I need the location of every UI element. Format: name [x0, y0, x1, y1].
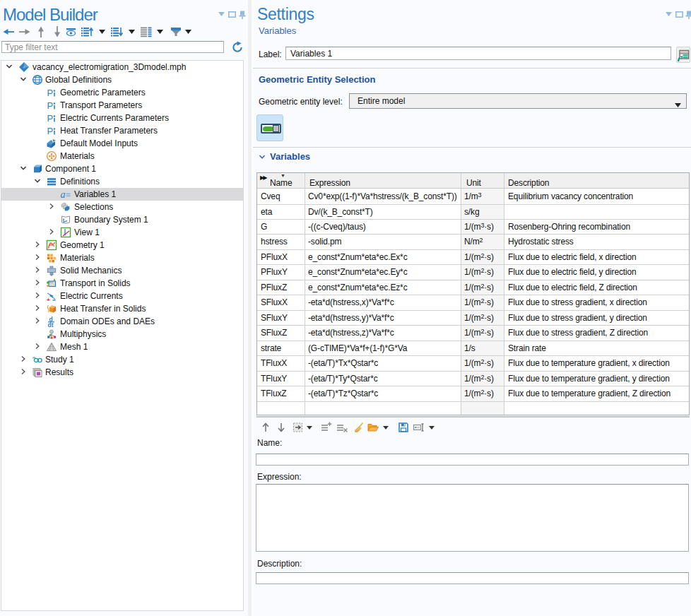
svg-text:P: P	[47, 126, 54, 136]
svg-text:P: P	[47, 88, 54, 98]
svg-text:+: +	[47, 297, 50, 302]
svg-text:P: P	[47, 113, 54, 124]
svg-text:P: P	[47, 100, 54, 111]
svg-text:a: a	[61, 189, 66, 200]
svg-text:dt: dt	[48, 321, 54, 327]
